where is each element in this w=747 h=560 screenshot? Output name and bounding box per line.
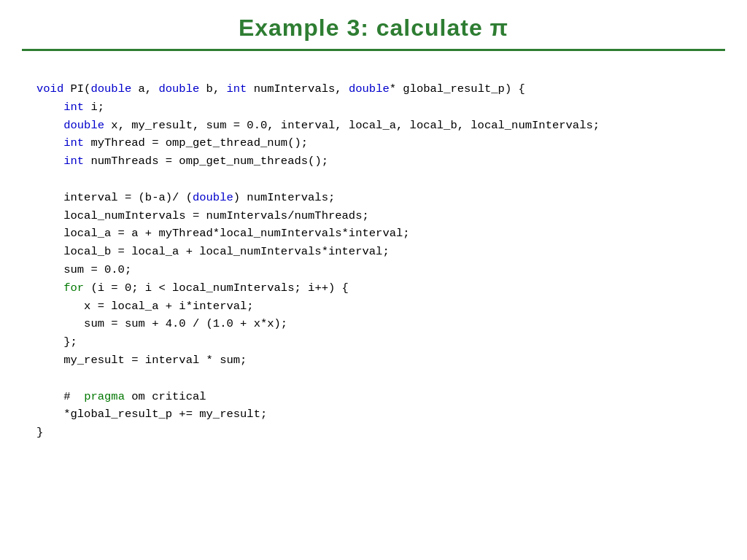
code-line-2: int i;: [36, 98, 711, 117]
code-line-10: local_b = local_a + local_numIntervals*i…: [36, 243, 711, 261]
code-line-7: interval = (b-a)/ (double) numIntervals;: [36, 189, 711, 207]
code-line-8: local_numIntervals = numIntervals/numThr…: [36, 207, 711, 225]
code-line-15: };: [36, 333, 711, 351]
page-title: Example 3: calculate π: [22, 15, 725, 42]
blank-line-2: [36, 370, 711, 388]
code-line-9: local_a = a + myThread*local_numInterval…: [36, 225, 711, 243]
code-line-1: void PI(double a, double b, int numInter…: [36, 80, 711, 98]
code-block: void PI(double a, double b, int numInter…: [22, 73, 725, 449]
code-line-19: *global_result_p += my_result;: [36, 405, 711, 424]
code-line-13: x = local_a + i*interval;: [36, 298, 711, 316]
code-line-3: double x, my_result, sum = 0.0, interval…: [36, 117, 711, 135]
code-line-5: int numThreads = omp_get_num_threads();: [36, 152, 711, 171]
blank-line-1: [36, 171, 711, 189]
code-line-12: for (i = 0; i < local_numIntervals; i++)…: [36, 279, 711, 298]
code-line-18: # pragma om critical: [36, 388, 711, 406]
page-container: Example 3: calculate π void PI(double a,…: [0, 0, 747, 560]
code-line-11: sum = 0.0;: [36, 261, 711, 279]
title-section: Example 3: calculate π: [22, 15, 725, 51]
code-line-16: my_result = interval * sum;: [36, 351, 711, 370]
code-line-14: sum = sum + 4.0 / (1.0 + x*x);: [36, 315, 711, 333]
code-line-20: }: [36, 424, 711, 442]
code-line-4: int myThread = omp_get_thread_num();: [36, 134, 711, 152]
